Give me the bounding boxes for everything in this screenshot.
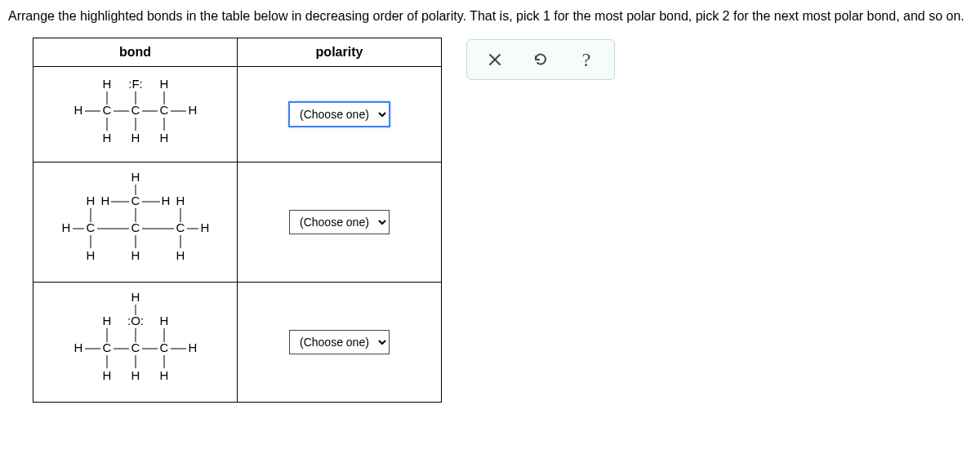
close-icon [488,52,502,67]
reset-button[interactable] [518,44,564,75]
svg-text:H: H [159,77,168,91]
polarity-select-3[interactable]: (Choose one) [289,330,390,354]
help-icon: ? [582,49,591,71]
svg-text:C: C [86,220,95,234]
svg-text:H: H [131,248,140,262]
svg-text:H: H [131,170,140,184]
svg-text:H: H [61,220,70,234]
close-button[interactable] [472,44,518,75]
svg-text::O:: :O: [127,314,143,327]
svg-text:C: C [176,220,185,234]
polarity-cell-1: (Choose one) [238,67,442,162]
svg-text:H: H [159,368,168,382]
header-bond: bond [33,38,238,67]
svg-text:C: C [102,341,111,354]
svg-text:H: H [102,368,111,382]
svg-text:H: H [131,131,140,145]
svg-text:H: H [74,103,82,117]
svg-text:H: H [86,194,95,207]
svg-text:H: H [188,341,197,354]
polarity-cell-2: (Choose one) [238,162,442,283]
bond-structure-1: H :F: .. H H C [33,67,238,162]
svg-text:H: H [100,194,109,207]
polarity-cell-3: (Choose one) [238,283,442,403]
table-row: H H :O: H H [33,283,442,403]
instructions-text: Arrange the highlighted bonds in the tab… [8,7,972,26]
svg-text:H: H [176,248,185,262]
content-row: bond polarity H :F: .. H [8,38,972,403]
polarity-select-1[interactable]: (Choose one) [288,101,390,127]
svg-text:H: H [131,290,140,304]
reset-icon [532,51,549,68]
polarity-table: bond polarity H :F: .. H [33,38,442,403]
bond-structure-2: H H H C H H [33,162,238,283]
header-polarity: polarity [238,38,442,67]
svg-text:H: H [102,77,111,91]
svg-text:C: C [131,341,140,354]
svg-text:C: C [159,103,168,117]
table-row: H H H C H H [33,162,442,283]
svg-text:C: C [131,220,140,234]
svg-text:H: H [159,314,168,327]
svg-text:H: H [102,314,111,327]
svg-text:H: H [74,341,82,354]
svg-text:H: H [102,131,111,145]
svg-text:C: C [102,103,111,117]
svg-text:C: C [131,103,140,117]
toolbar: ? [466,39,615,80]
help-button[interactable]: ? [564,44,609,75]
svg-text:H: H [159,131,168,145]
svg-text:H: H [161,194,170,207]
svg-text:H: H [86,248,95,262]
svg-text:..: .. [133,75,137,83]
svg-text:C: C [131,194,140,207]
polarity-select-2[interactable]: (Choose one) [289,210,390,234]
svg-text:H: H [188,103,197,117]
svg-text:H: H [176,194,185,207]
svg-text:H: H [200,220,209,234]
table-row: H :F: .. H H C [33,67,442,162]
svg-text:C: C [159,341,168,354]
bond-structure-3: H H :O: H H [33,283,238,403]
svg-text:H: H [131,368,140,382]
